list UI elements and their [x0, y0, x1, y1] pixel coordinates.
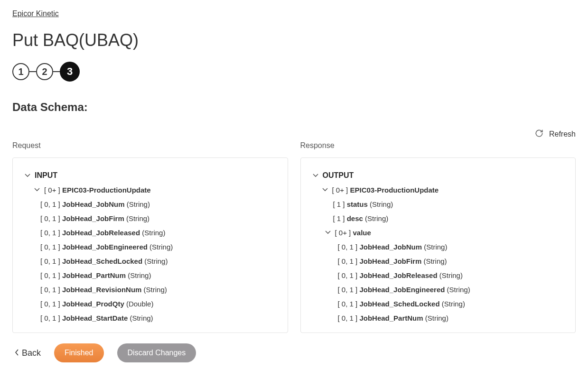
field-type: (String)	[130, 314, 153, 322]
node-name: EPIC03-ProductionUpdate	[350, 186, 439, 194]
node-name: EPIC03-ProductionUpdate	[62, 186, 151, 194]
section-title: Data Schema:	[12, 101, 576, 114]
tree-leaf[interactable]: [ 0, 1 ] JobHead_JobReleased (String)	[24, 225, 276, 240]
field-type: (String)	[149, 243, 173, 251]
tree-node[interactable]: [ 0+ ] EPIC03-ProductionUpdate	[312, 183, 564, 197]
tree-leaf[interactable]: [ 0, 1 ] JobHead_SchedLocked (String)	[312, 296, 564, 311]
cardinality: [ 1 ]	[333, 214, 345, 222]
field-name: JobHead_JobFirm	[62, 214, 124, 222]
field-type: (Double)	[126, 300, 154, 308]
field-type: (String)	[423, 257, 447, 265]
chevron-down-icon	[312, 173, 319, 178]
request-column-title: Request	[12, 141, 288, 150]
tree-leaf[interactable]: [ 1 ] desc (String)	[312, 211, 564, 225]
cardinality: [ 0, 1 ]	[40, 286, 60, 294]
finished-button[interactable]: Finished	[54, 343, 103, 362]
tree-leaf[interactable]: [ 0, 1 ] JobHead_ProdQty (Double)	[24, 296, 276, 311]
chevron-down-icon	[325, 230, 331, 235]
cardinality: [ 0, 1 ]	[40, 300, 60, 308]
tree-leaf[interactable]: [ 0, 1 ] JobHead_JobFirm (String)	[312, 254, 564, 268]
tree-leaf[interactable]: [ 0, 1 ] JobHead_SchedLocked (String)	[24, 254, 276, 268]
discard-changes-button[interactable]: Discard Changes	[117, 343, 196, 362]
field-name: JobHead_JobEngineered	[359, 286, 445, 294]
cardinality: [ 0, 1 ]	[40, 271, 60, 279]
field-name: JobHead_JobFirm	[359, 257, 421, 265]
field-name: JobHead_SchedLocked	[359, 300, 439, 308]
tree-root-label: OUTPUT	[323, 171, 354, 180]
breadcrumb[interactable]: Epicor Kinetic	[12, 9, 59, 18]
field-name: JobHead_ProdQty	[62, 300, 124, 308]
tree-leaf[interactable]: [ 0, 1 ] JobHead_JobReleased (String)	[312, 268, 564, 282]
request-panel: INPUT [ 0+ ] EPIC03-ProductionUpdate	[12, 157, 288, 333]
response-panel: OUTPUT [ 0+ ] EPIC03-ProductionUpdate	[300, 157, 576, 333]
cardinality: [ 1 ]	[333, 200, 345, 208]
chevron-left-icon	[15, 348, 19, 358]
field-type: (String)	[144, 286, 167, 294]
refresh-label: Refresh	[549, 130, 576, 139]
tree-leaf[interactable]: [ 0, 1 ] JobHead_JobEngineered (String)	[24, 240, 276, 254]
response-column-title: Response	[300, 141, 576, 150]
field-type: (String)	[425, 314, 448, 322]
field-type: (String)	[439, 271, 463, 279]
cardinality: [ 0, 1 ]	[40, 314, 60, 322]
field-name: JobHead_JobReleased	[62, 229, 140, 237]
field-name: desc	[347, 214, 363, 222]
page-title: Put BAQ(UBAQ)	[12, 30, 576, 50]
refresh-button[interactable]: Refresh	[535, 129, 576, 139]
tree-leaf[interactable]: [ 0, 1 ] JobHead_JobNum (String)	[24, 197, 276, 211]
cardinality: [ 0, 1 ]	[338, 286, 358, 294]
step-2[interactable]: 2	[36, 63, 53, 80]
tree-leaf[interactable]: [ 0, 1 ] JobHead_StartDate (String)	[24, 311, 276, 322]
field-type: (String)	[128, 271, 151, 279]
field-name: JobHead_JobEngineered	[62, 243, 148, 251]
tree-node-output[interactable]: OUTPUT	[312, 168, 564, 183]
tree-node-input[interactable]: INPUT	[24, 168, 276, 183]
cardinality: [ 0, 1 ]	[40, 257, 60, 265]
cardinality: [ 0, 1 ]	[40, 214, 60, 222]
cardinality: [ 0, 1 ]	[40, 200, 60, 208]
chevron-down-icon	[34, 187, 40, 193]
tree-leaf[interactable]: [ 1 ] status (String)	[312, 197, 564, 211]
tree-node[interactable]: [ 0+ ] EPIC03-ProductionUpdate	[24, 183, 276, 197]
cardinality: [ 0, 1 ]	[338, 300, 358, 308]
tree-leaf[interactable]: [ 0, 1 ] JobHead_PartNum (String)	[24, 268, 276, 282]
cardinality: [ 0+ ]	[44, 186, 60, 194]
field-type: (String)	[424, 243, 447, 251]
field-name: JobHead_JobReleased	[359, 271, 437, 279]
field-type: (String)	[144, 257, 168, 265]
tree-leaf[interactable]: [ 0, 1 ] JobHead_JobFirm (String)	[24, 211, 276, 225]
tree-leaf[interactable]: [ 0, 1 ] JobHead_RevisionNum (String)	[24, 282, 276, 296]
field-type: (String)	[442, 300, 465, 308]
step-connector	[29, 71, 36, 72]
cardinality: [ 0+ ]	[335, 229, 351, 237]
step-connector	[53, 71, 60, 72]
field-name: JobHead_JobNum	[359, 243, 422, 251]
step-3[interactable]: 3	[60, 62, 80, 82]
tree-root-label: INPUT	[35, 171, 57, 180]
back-button[interactable]: Back	[15, 348, 41, 358]
field-name: JobHead_StartDate	[62, 314, 128, 322]
stepper: 1 2 3	[12, 62, 576, 82]
refresh-icon	[535, 129, 543, 139]
field-type: (String)	[370, 200, 393, 208]
field-type: (String)	[127, 200, 150, 208]
field-type: (String)	[365, 214, 388, 222]
cardinality: [ 0, 1 ]	[338, 271, 358, 279]
cardinality: [ 0, 1 ]	[338, 314, 358, 322]
tree-leaf[interactable]: [ 0, 1 ] JobHead_PartNum (String)	[312, 311, 564, 322]
field-type: (String)	[142, 229, 165, 237]
field-name: JobHead_JobNum	[62, 200, 125, 208]
field-name: JobHead_PartNum	[359, 314, 423, 322]
cardinality: [ 0, 1 ]	[338, 257, 358, 265]
chevron-down-icon	[24, 173, 31, 178]
cardinality: [ 0, 1 ]	[338, 243, 358, 251]
node-name: value	[353, 229, 371, 237]
field-name: status	[347, 200, 368, 208]
tree-leaf[interactable]: [ 0, 1 ] JobHead_JobNum (String)	[312, 240, 564, 254]
field-name: JobHead_PartNum	[62, 271, 126, 279]
tree-node[interactable]: [ 0+ ] value	[312, 225, 564, 240]
step-1[interactable]: 1	[12, 63, 29, 80]
tree-leaf[interactable]: [ 0, 1 ] JobHead_JobEngineered (String)	[312, 282, 564, 296]
field-type: (String)	[126, 214, 149, 222]
cardinality: [ 0, 1 ]	[40, 229, 60, 237]
